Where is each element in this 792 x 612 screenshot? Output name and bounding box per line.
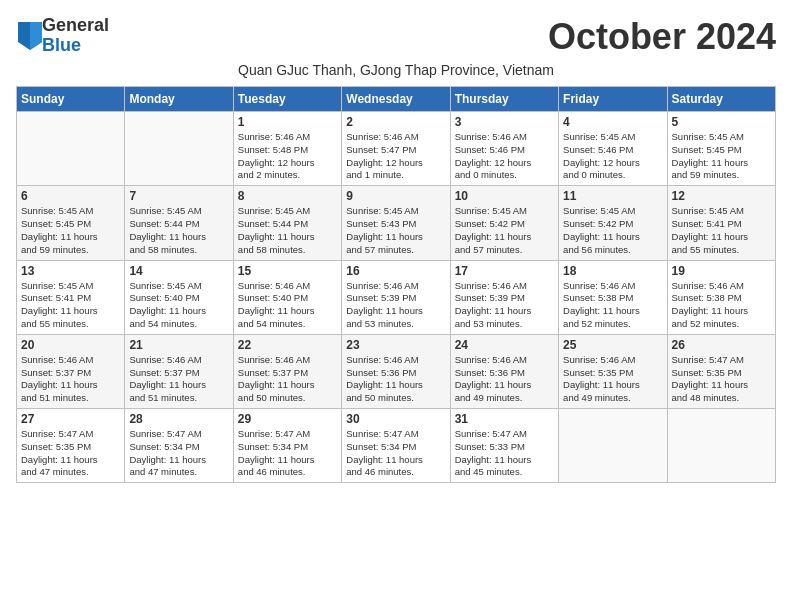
logo-icon — [18, 22, 42, 50]
day-info: Sunrise: 5:47 AM Sunset: 5:34 PM Dayligh… — [129, 428, 228, 479]
day-number: 23 — [346, 338, 445, 352]
day-info: Sunrise: 5:45 AM Sunset: 5:42 PM Dayligh… — [563, 205, 662, 256]
day-number: 17 — [455, 264, 554, 278]
day-info: Sunrise: 5:47 AM Sunset: 5:34 PM Dayligh… — [346, 428, 445, 479]
calendar-cell: 14Sunrise: 5:45 AM Sunset: 5:40 PM Dayli… — [125, 260, 233, 334]
calendar-week-row: 13Sunrise: 5:45 AM Sunset: 5:41 PM Dayli… — [17, 260, 776, 334]
logo-general-text: General — [42, 16, 109, 36]
day-info: Sunrise: 5:47 AM Sunset: 5:33 PM Dayligh… — [455, 428, 554, 479]
calendar-cell: 25Sunrise: 5:46 AM Sunset: 5:35 PM Dayli… — [559, 334, 667, 408]
day-header-wednesday: Wednesday — [342, 87, 450, 112]
day-number: 9 — [346, 189, 445, 203]
day-info: Sunrise: 5:45 AM Sunset: 5:45 PM Dayligh… — [672, 131, 771, 182]
location-subtitle: Quan GJuc Thanh, GJong Thap Province, Vi… — [16, 62, 776, 78]
calendar-cell: 10Sunrise: 5:45 AM Sunset: 5:42 PM Dayli… — [450, 186, 558, 260]
calendar-week-row: 6Sunrise: 5:45 AM Sunset: 5:45 PM Daylig… — [17, 186, 776, 260]
calendar-cell: 3Sunrise: 5:46 AM Sunset: 5:46 PM Daylig… — [450, 112, 558, 186]
day-number: 26 — [672, 338, 771, 352]
day-number: 16 — [346, 264, 445, 278]
day-info: Sunrise: 5:46 AM Sunset: 5:48 PM Dayligh… — [238, 131, 337, 182]
calendar-cell: 4Sunrise: 5:45 AM Sunset: 5:46 PM Daylig… — [559, 112, 667, 186]
calendar-header-row: SundayMondayTuesdayWednesdayThursdayFrid… — [17, 87, 776, 112]
day-info: Sunrise: 5:46 AM Sunset: 5:35 PM Dayligh… — [563, 354, 662, 405]
calendar-cell: 12Sunrise: 5:45 AM Sunset: 5:41 PM Dayli… — [667, 186, 775, 260]
calendar-cell — [17, 112, 125, 186]
day-info: Sunrise: 5:46 AM Sunset: 5:36 PM Dayligh… — [455, 354, 554, 405]
day-number: 30 — [346, 412, 445, 426]
calendar-cell: 29Sunrise: 5:47 AM Sunset: 5:34 PM Dayli… — [233, 409, 341, 483]
day-header-friday: Friday — [559, 87, 667, 112]
calendar-cell: 15Sunrise: 5:46 AM Sunset: 5:40 PM Dayli… — [233, 260, 341, 334]
calendar-cell: 31Sunrise: 5:47 AM Sunset: 5:33 PM Dayli… — [450, 409, 558, 483]
day-info: Sunrise: 5:46 AM Sunset: 5:46 PM Dayligh… — [455, 131, 554, 182]
calendar-cell — [559, 409, 667, 483]
day-number: 27 — [21, 412, 120, 426]
day-number: 6 — [21, 189, 120, 203]
day-header-tuesday: Tuesday — [233, 87, 341, 112]
day-header-thursday: Thursday — [450, 87, 558, 112]
day-number: 25 — [563, 338, 662, 352]
day-number: 29 — [238, 412, 337, 426]
calendar-cell — [125, 112, 233, 186]
day-number: 1 — [238, 115, 337, 129]
calendar-cell: 7Sunrise: 5:45 AM Sunset: 5:44 PM Daylig… — [125, 186, 233, 260]
day-number: 4 — [563, 115, 662, 129]
day-number: 11 — [563, 189, 662, 203]
calendar-cell: 26Sunrise: 5:47 AM Sunset: 5:35 PM Dayli… — [667, 334, 775, 408]
day-info: Sunrise: 5:46 AM Sunset: 5:37 PM Dayligh… — [129, 354, 228, 405]
day-info: Sunrise: 5:45 AM Sunset: 5:44 PM Dayligh… — [238, 205, 337, 256]
day-info: Sunrise: 5:45 AM Sunset: 5:42 PM Dayligh… — [455, 205, 554, 256]
calendar-week-row: 27Sunrise: 5:47 AM Sunset: 5:35 PM Dayli… — [17, 409, 776, 483]
calendar-cell: 5Sunrise: 5:45 AM Sunset: 5:45 PM Daylig… — [667, 112, 775, 186]
day-header-monday: Monday — [125, 87, 233, 112]
day-number: 5 — [672, 115, 771, 129]
page-header: General Blue October 2024 — [16, 16, 776, 58]
day-number: 14 — [129, 264, 228, 278]
day-header-saturday: Saturday — [667, 87, 775, 112]
day-info: Sunrise: 5:46 AM Sunset: 5:40 PM Dayligh… — [238, 280, 337, 331]
month-title: October 2024 — [548, 16, 776, 58]
day-info: Sunrise: 5:47 AM Sunset: 5:34 PM Dayligh… — [238, 428, 337, 479]
day-number: 18 — [563, 264, 662, 278]
calendar-cell: 11Sunrise: 5:45 AM Sunset: 5:42 PM Dayli… — [559, 186, 667, 260]
day-number: 3 — [455, 115, 554, 129]
day-info: Sunrise: 5:47 AM Sunset: 5:35 PM Dayligh… — [21, 428, 120, 479]
day-number: 19 — [672, 264, 771, 278]
day-info: Sunrise: 5:45 AM Sunset: 5:41 PM Dayligh… — [672, 205, 771, 256]
day-info: Sunrise: 5:45 AM Sunset: 5:44 PM Dayligh… — [129, 205, 228, 256]
day-info: Sunrise: 5:45 AM Sunset: 5:45 PM Dayligh… — [21, 205, 120, 256]
calendar-cell: 6Sunrise: 5:45 AM Sunset: 5:45 PM Daylig… — [17, 186, 125, 260]
calendar-cell: 28Sunrise: 5:47 AM Sunset: 5:34 PM Dayli… — [125, 409, 233, 483]
calendar-cell: 20Sunrise: 5:46 AM Sunset: 5:37 PM Dayli… — [17, 334, 125, 408]
logo: General Blue — [16, 16, 109, 56]
calendar-cell: 9Sunrise: 5:45 AM Sunset: 5:43 PM Daylig… — [342, 186, 450, 260]
day-info: Sunrise: 5:46 AM Sunset: 5:38 PM Dayligh… — [672, 280, 771, 331]
day-info: Sunrise: 5:46 AM Sunset: 5:39 PM Dayligh… — [455, 280, 554, 331]
day-number: 10 — [455, 189, 554, 203]
day-header-sunday: Sunday — [17, 87, 125, 112]
calendar-cell: 27Sunrise: 5:47 AM Sunset: 5:35 PM Dayli… — [17, 409, 125, 483]
calendar-cell: 30Sunrise: 5:47 AM Sunset: 5:34 PM Dayli… — [342, 409, 450, 483]
calendar-cell: 21Sunrise: 5:46 AM Sunset: 5:37 PM Dayli… — [125, 334, 233, 408]
calendar-cell: 2Sunrise: 5:46 AM Sunset: 5:47 PM Daylig… — [342, 112, 450, 186]
day-info: Sunrise: 5:45 AM Sunset: 5:41 PM Dayligh… — [21, 280, 120, 331]
calendar-cell: 23Sunrise: 5:46 AM Sunset: 5:36 PM Dayli… — [342, 334, 450, 408]
calendar-cell: 8Sunrise: 5:45 AM Sunset: 5:44 PM Daylig… — [233, 186, 341, 260]
calendar-cell: 19Sunrise: 5:46 AM Sunset: 5:38 PM Dayli… — [667, 260, 775, 334]
logo-blue-text: Blue — [42, 36, 109, 56]
calendar-cell: 17Sunrise: 5:46 AM Sunset: 5:39 PM Dayli… — [450, 260, 558, 334]
day-info: Sunrise: 5:46 AM Sunset: 5:38 PM Dayligh… — [563, 280, 662, 331]
calendar-cell: 1Sunrise: 5:46 AM Sunset: 5:48 PM Daylig… — [233, 112, 341, 186]
calendar-cell: 16Sunrise: 5:46 AM Sunset: 5:39 PM Dayli… — [342, 260, 450, 334]
day-info: Sunrise: 5:45 AM Sunset: 5:46 PM Dayligh… — [563, 131, 662, 182]
calendar-cell: 22Sunrise: 5:46 AM Sunset: 5:37 PM Dayli… — [233, 334, 341, 408]
day-info: Sunrise: 5:46 AM Sunset: 5:36 PM Dayligh… — [346, 354, 445, 405]
day-info: Sunrise: 5:45 AM Sunset: 5:43 PM Dayligh… — [346, 205, 445, 256]
calendar-cell — [667, 409, 775, 483]
day-number: 20 — [21, 338, 120, 352]
day-number: 12 — [672, 189, 771, 203]
day-number: 7 — [129, 189, 228, 203]
day-number: 28 — [129, 412, 228, 426]
day-number: 13 — [21, 264, 120, 278]
day-number: 22 — [238, 338, 337, 352]
